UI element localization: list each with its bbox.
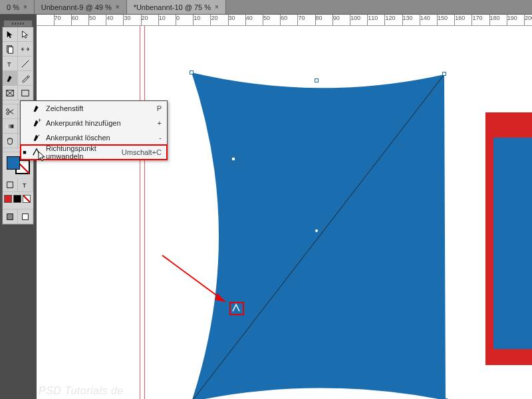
guide-vertical[interactable] — [140, 26, 140, 399]
blue-shape[interactable] — [180, 63, 459, 399]
rectangle-frame-tool[interactable] — [3, 86, 18, 100]
svg-point-8 — [7, 108, 9, 111]
direction-handle[interactable] — [231, 157, 235, 161]
flyout-label: Ankerpunkt löschen — [46, 134, 155, 142]
flyout-label: Richtungspunkt umwandeln — [46, 144, 118, 160]
svg-text:+: + — [38, 118, 41, 124]
guide-vertical[interactable] — [144, 26, 145, 399]
flyout-delete-anchor[interactable]: - Ankerpunkt löschen - — [21, 130, 167, 145]
apply-black-chip[interactable] — [13, 195, 21, 203]
selection-tool[interactable] — [3, 27, 18, 42]
svg-rect-1 — [8, 47, 13, 53]
svg-rect-7 — [22, 90, 29, 96]
flyout-shortcut: P — [157, 104, 163, 112]
tab-0[interactable]: 0 % × — [0, 0, 35, 14]
svg-rect-16 — [23, 213, 29, 219]
svg-text:T: T — [23, 181, 27, 188]
hand-tool[interactable] — [3, 134, 18, 148]
flyout-label: Ankerpunkt hinzufügen — [46, 119, 154, 127]
apply-red-chip[interactable] — [4, 195, 12, 203]
fill-swatch[interactable] — [7, 156, 20, 170]
tab-2[interactable]: *Unbenannt-10 @ 75 % × — [127, 0, 226, 14]
tab-label: *Unbenannt-10 @ 75 % — [134, 3, 211, 11]
flyout-pen[interactable]: Zeichenstift P — [21, 101, 167, 116]
tab-1[interactable]: Unbenannt-9 @ 49 % × — [35, 0, 127, 14]
flyout-add-anchor[interactable]: + Ankerpunkt hinzufügen + — [21, 116, 167, 130]
annotation-arrow — [159, 252, 239, 312]
svg-text:T: T — [7, 61, 11, 68]
pen-tool[interactable] — [3, 71, 18, 86]
red-rectangle[interactable] — [485, 112, 532, 365]
pen-plus-icon: + — [31, 118, 42, 128]
palette-grip[interactable] — [3, 20, 33, 27]
rectangle-tool[interactable] — [18, 86, 33, 100]
line-tool[interactable] — [18, 57, 33, 71]
flyout-shortcut: - — [159, 134, 163, 142]
handle-tl[interactable] — [190, 70, 194, 74]
pen-minus-icon: - — [31, 133, 42, 142]
gradient-swatch-tool[interactable] — [3, 119, 18, 134]
svg-line-3 — [22, 60, 29, 67]
center-point[interactable] — [315, 229, 319, 233]
cursor-arrow-icon — [37, 151, 47, 162]
apply-none-chip[interactable] — [23, 195, 31, 203]
tab-label: 0 % — [7, 3, 19, 11]
svg-point-9 — [7, 112, 9, 114]
svg-rect-10 — [7, 124, 14, 128]
formatting-text-icon[interactable]: T — [18, 178, 33, 192]
selected-marker: ■ — [22, 149, 27, 156]
formatting-container-icon[interactable] — [3, 178, 18, 192]
apply-color-row — [3, 192, 33, 205]
view-mode-preview[interactable] — [18, 209, 33, 224]
svg-line-18 — [162, 255, 225, 302]
page-tool[interactable] — [3, 42, 18, 57]
direct-selection-tool[interactable] — [18, 27, 33, 42]
flyout-shortcut: + — [158, 119, 163, 127]
handle-tr[interactable] — [442, 72, 446, 76]
ruler-horizontal[interactable]: 7060504030201001020304050607080901001101… — [37, 15, 532, 26]
svg-rect-13 — [7, 182, 13, 188]
gap-tool[interactable] — [18, 42, 33, 57]
pen-icon — [31, 104, 42, 113]
svg-rect-15 — [7, 213, 13, 219]
flyout-label: Zeichenstift — [46, 104, 153, 112]
watermark: PSD Tutorials de — [39, 385, 124, 397]
handle-tc[interactable] — [315, 78, 319, 82]
tab-label: Unbenannt-9 @ 49 % — [41, 3, 112, 11]
document-tabs: 0 % × Unbenannt-9 @ 49 % × *Unbenannt-10… — [0, 0, 532, 15]
canvas[interactable]: PSD Tutorials de — [37, 26, 532, 399]
close-icon[interactable]: × — [23, 3, 27, 11]
view-mode-normal[interactable] — [3, 209, 18, 224]
blue-inner-rectangle[interactable] — [493, 138, 532, 349]
scissors-tool[interactable] — [3, 104, 18, 119]
close-icon[interactable]: × — [116, 3, 120, 11]
svg-text:-: - — [38, 133, 40, 138]
type-tool[interactable]: T — [3, 57, 18, 71]
close-icon[interactable]: × — [215, 3, 219, 11]
pencil-tool[interactable] — [18, 71, 33, 86]
flyout-shortcut: Umschalt+C — [122, 148, 163, 156]
